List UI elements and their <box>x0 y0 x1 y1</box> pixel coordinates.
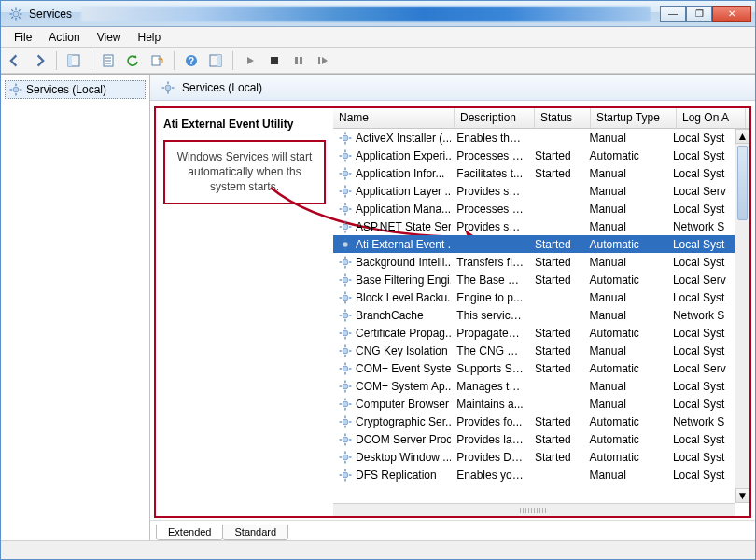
service-row[interactable]: Cryptographic Ser...Provides fo...Starte… <box>333 413 735 430</box>
service-desc-cell: The CNG ke... <box>451 343 529 358</box>
service-row[interactable]: COM+ System Ap...Manages th...ManualLoca… <box>333 377 735 395</box>
service-startup-cell: Manual <box>583 379 666 394</box>
service-status-cell: Started <box>529 166 583 181</box>
service-logon-cell: Local Syst <box>667 290 735 305</box>
service-row[interactable]: DFS ReplicationEnables you...ManualLocal… <box>333 466 735 483</box>
maximize-button[interactable]: ❐ <box>686 6 712 22</box>
svg-line-8 <box>19 9 21 11</box>
service-desc-cell: Provides fo... <box>451 414 529 429</box>
horizontal-scrollbar[interactable] <box>333 503 735 516</box>
service-status-cell: Started <box>529 432 583 447</box>
service-name-cell: Background Intelli... <box>333 255 451 270</box>
pause-service-button[interactable] <box>288 50 309 71</box>
titlebar[interactable]: Services — ❐ ✕ <box>1 1 755 27</box>
col-log-on-as[interactable]: Log On A <box>677 108 746 128</box>
refresh-button[interactable] <box>122 50 143 71</box>
service-desc-cell: Provides su... <box>451 219 529 234</box>
service-logon-cell: Local Syst <box>667 343 735 358</box>
svg-rect-15 <box>152 56 160 65</box>
service-desc-cell: Propagates ... <box>451 326 529 341</box>
service-row[interactable]: COM+ Event Syste...Supports Sy...Started… <box>333 359 735 377</box>
service-row[interactable]: Application Mana...Processes in...Manual… <box>333 200 735 217</box>
service-row[interactable]: CNG Key IsolationThe CNG ke...StartedMan… <box>333 342 735 359</box>
menu-file[interactable]: File <box>7 29 39 46</box>
service-status-cell <box>529 403 583 405</box>
tab-extended[interactable]: Extended <box>156 525 223 540</box>
menu-help[interactable]: Help <box>131 29 169 46</box>
col-name[interactable]: Name <box>333 108 455 128</box>
service-row[interactable]: Application Experi...Processes a...Start… <box>333 147 735 164</box>
service-status-cell <box>529 208 583 210</box>
col-startup-type[interactable]: Startup Type <box>591 108 677 128</box>
service-name-cell: Computer Browser <box>333 397 451 412</box>
service-status-cell: Started <box>529 273 583 287</box>
nav-forward-button[interactable] <box>29 50 49 71</box>
menu-action[interactable]: Action <box>41 29 87 46</box>
svg-point-69 <box>343 259 348 265</box>
scroll-thumb[interactable] <box>737 146 748 220</box>
gear-icon <box>161 81 175 94</box>
menu-view[interactable]: View <box>90 29 129 46</box>
svg-point-99 <box>343 366 348 371</box>
close-button[interactable]: ✕ <box>712 6 751 22</box>
svg-line-6 <box>19 16 21 18</box>
service-row[interactable]: Base Filtering Engi...The Base Fil...Sta… <box>333 271 735 288</box>
stop-service-button[interactable] <box>264 50 285 71</box>
start-service-button[interactable] <box>240 50 260 71</box>
col-description[interactable]: Description <box>455 108 535 128</box>
service-desc-cell: Provides De... <box>451 450 529 465</box>
selected-service-title: Ati External Event Utility <box>163 118 326 131</box>
svg-rect-23 <box>318 57 320 64</box>
svg-point-104 <box>343 384 348 389</box>
svg-point-29 <box>165 85 171 91</box>
service-name-cell: CNG Key Isolation <box>333 343 451 358</box>
service-row[interactable]: Application Infor...Facilitates t...Star… <box>333 164 735 182</box>
service-row[interactable]: DCOM Server Proc...Provides lau...Starte… <box>333 430 735 448</box>
service-row[interactable]: BranchCacheThis service ...ManualNetwork… <box>333 306 735 324</box>
tree-node-services-local[interactable]: Services (Local) <box>5 80 146 99</box>
service-row[interactable]: Background Intelli...Transfers fil...Sta… <box>333 253 735 271</box>
help-button[interactable]: ? <box>181 50 202 71</box>
service-row[interactable]: Desktop Window ...Provides De...StartedA… <box>333 448 735 466</box>
service-row[interactable]: ActiveX Installer (...Enables the ...Man… <box>333 129 735 147</box>
tab-standard[interactable]: Standard <box>222 525 288 540</box>
scroll-gripper[interactable] <box>520 508 548 513</box>
svg-rect-20 <box>271 57 278 64</box>
restart-service-button[interactable] <box>313 50 333 71</box>
service-name-cell: Application Mana... <box>333 202 451 217</box>
service-logon-cell: Local Syst <box>667 131 735 146</box>
service-name-cell: Certificate Propag... <box>333 326 451 341</box>
service-startup-cell: Automatic <box>583 450 666 465</box>
show-hide-action-pane-button[interactable] <box>205 50 226 71</box>
service-row[interactable]: Computer BrowserMaintains a...ManualLoca… <box>333 395 735 413</box>
nav-back-button[interactable] <box>5 50 25 71</box>
service-row[interactable]: Block Level Backu...Engine to p...Manual… <box>333 288 735 306</box>
service-name-cell: Application Infor... <box>333 166 451 181</box>
service-row[interactable]: Ati External Event ...StartedAutomaticLo… <box>333 235 735 253</box>
service-startup-cell: Manual <box>583 166 666 181</box>
export-list-button[interactable] <box>147 50 167 71</box>
services-list[interactable]: Name Description Status Startup Type Log… <box>333 108 749 516</box>
col-status[interactable]: Status <box>535 108 591 128</box>
service-status-cell: Started <box>529 361 583 376</box>
svg-point-24 <box>13 87 19 92</box>
show-hide-tree-button[interactable] <box>63 50 84 71</box>
statusbar <box>1 540 755 559</box>
svg-point-0 <box>13 11 19 17</box>
minimize-button[interactable]: — <box>660 6 686 22</box>
svg-line-5 <box>11 9 13 11</box>
svg-point-79 <box>343 295 348 301</box>
list-body[interactable]: ActiveX Installer (...Enables the ...Man… <box>333 129 735 503</box>
properties-button[interactable] <box>98 50 119 71</box>
service-status-cell: Started <box>529 450 583 465</box>
scroll-up-button[interactable]: ▲ <box>735 129 749 144</box>
service-row[interactable]: ASP.NET State Ser...Provides su...Manual… <box>333 217 735 235</box>
console-tree-pane[interactable]: Services (Local) <box>1 75 150 540</box>
vertical-scrollbar[interactable]: ▲ ▼ <box>735 129 749 503</box>
svg-point-84 <box>343 313 348 318</box>
service-row[interactable]: Certificate Propag...Propagates ...Start… <box>333 324 735 342</box>
service-row[interactable]: Application Layer ...Provides su...Manua… <box>333 182 735 200</box>
service-desc-cell: Enables the ... <box>451 131 529 146</box>
scroll-down-button[interactable]: ▼ <box>735 488 749 503</box>
service-name-cell: Base Filtering Engi... <box>333 273 451 287</box>
